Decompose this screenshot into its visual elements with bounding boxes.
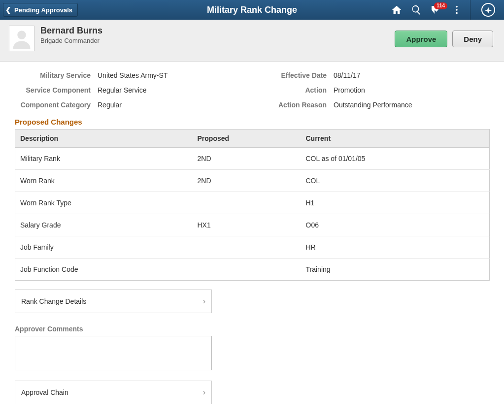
action-value: Promotion — [334, 86, 483, 94]
cell-current: HR — [301, 236, 490, 258]
cell-description: Worn Rank — [15, 170, 193, 192]
col-description: Description — [15, 129, 193, 148]
chevron-right-icon: › — [203, 388, 205, 397]
component-category-value: Regular — [98, 101, 247, 109]
link-label: Rank Change Details — [21, 297, 86, 305]
back-label: Pending Approvals — [14, 6, 72, 14]
svg-point-1 — [456, 9, 458, 11]
cell-description: Salary Grade — [15, 214, 193, 236]
person-role: Brigade Commander — [40, 37, 102, 44]
svg-point-0 — [456, 6, 458, 8]
cell-description: Worn Rank Type — [15, 192, 193, 214]
table-row: Salary Grade HX1 O06 — [15, 214, 490, 236]
proposed-changes-title: Proposed Changes — [15, 118, 494, 126]
person-header: Bernard Burns Brigade Commander Approve … — [0, 20, 504, 62]
home-icon[interactable] — [390, 3, 403, 16]
cell-proposed — [193, 192, 301, 214]
approver-comments-label: Approver Comments — [15, 325, 494, 333]
cell-current: O06 — [301, 214, 490, 236]
approve-button[interactable]: Approve — [395, 31, 447, 47]
table-header-row: Description Proposed Current — [15, 129, 490, 148]
action-label: Action — [251, 86, 330, 94]
effective-date-label: Effective Date — [251, 71, 330, 79]
deny-button[interactable]: Deny — [452, 31, 493, 47]
cell-proposed — [193, 258, 301, 281]
table-row: Worn Rank 2ND COL — [15, 170, 490, 192]
table-row: Job Family HR — [15, 236, 490, 258]
chevron-left-icon: ❮ — [5, 6, 11, 13]
approver-comments-input[interactable] — [15, 336, 212, 370]
cell-proposed: 2ND — [193, 148, 301, 170]
svg-point-3 — [17, 31, 26, 39]
person-info: Bernard Burns Brigade Commander — [40, 26, 102, 44]
link-label: Approval Chain — [21, 388, 68, 396]
effective-date-value: 08/11/17 — [334, 71, 483, 79]
cell-current: Training — [301, 258, 490, 281]
action-buttons: Approve Deny — [395, 31, 493, 47]
notification-badge: 114 — [434, 2, 447, 9]
service-component-label: Service Component — [15, 86, 94, 94]
banner-actions: 114 — [390, 0, 504, 20]
action-reason-label: Action Reason — [251, 101, 330, 109]
cell-proposed — [193, 236, 301, 258]
top-banner: ❮ Pending Approvals Military Rank Change… — [0, 0, 504, 20]
table-row: Worn Rank Type H1 — [15, 192, 490, 214]
cell-current: COL — [301, 170, 490, 192]
cell-description: Job Function Code — [15, 258, 193, 281]
person-name: Bernard Burns — [40, 26, 102, 36]
notifications-icon[interactable]: 114 — [430, 3, 443, 16]
more-icon[interactable] — [450, 3, 463, 16]
navigator-icon[interactable] — [477, 0, 499, 20]
avatar — [9, 26, 34, 51]
proposed-changes-table: Description Proposed Current Military Ra… — [15, 129, 490, 281]
component-category-label: Component Category — [15, 101, 94, 109]
service-component-value: Regular Service — [98, 86, 247, 94]
details-grid: Military Service United States Army-ST E… — [15, 71, 483, 109]
cell-description: Military Rank — [15, 148, 193, 170]
chevron-right-icon: › — [203, 297, 205, 306]
col-current: Current — [301, 129, 490, 148]
cell-proposed: HX1 — [193, 214, 301, 236]
action-reason-value: Outstanding Performance — [334, 101, 483, 109]
approval-chain-link[interactable]: Approval Chain › — [15, 381, 212, 404]
content-area: Military Service United States Army-ST E… — [0, 62, 504, 418]
military-service-value: United States Army-ST — [98, 71, 247, 79]
back-button[interactable]: ❮ Pending Approvals — [3, 3, 78, 17]
col-proposed: Proposed — [193, 129, 301, 148]
military-service-label: Military Service — [15, 71, 94, 79]
table-row: Military Rank 2ND COL as of 01/01/05 — [15, 148, 490, 170]
search-icon[interactable] — [410, 3, 423, 16]
cell-proposed: 2ND — [193, 170, 301, 192]
table-row: Job Function Code Training — [15, 258, 490, 281]
separator — [470, 0, 470, 20]
svg-point-2 — [456, 12, 458, 14]
cell-description: Job Family — [15, 236, 193, 258]
rank-change-details-link[interactable]: Rank Change Details › — [15, 290, 212, 313]
cell-current: COL as of 01/01/05 — [301, 148, 490, 170]
cell-current: H1 — [301, 192, 490, 214]
